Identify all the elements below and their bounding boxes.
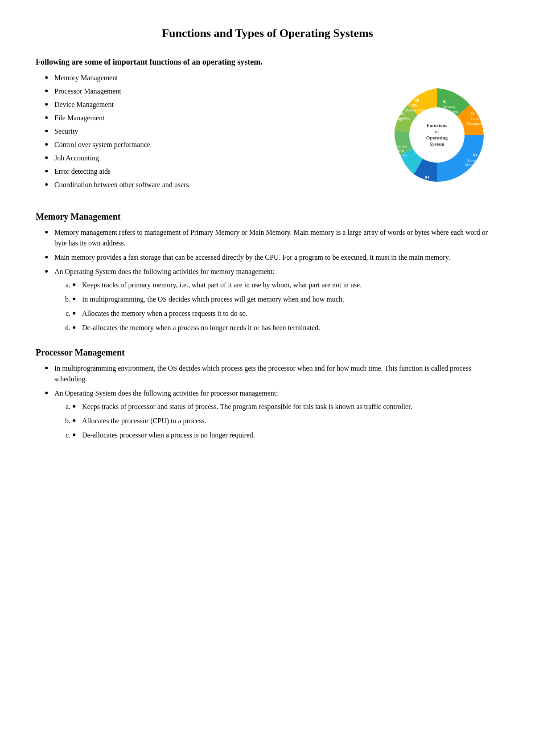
list-item: Memory Management (45, 73, 366, 83)
list-item: Memory management refers to management o… (45, 227, 499, 249)
memory-sublist: Keeps tracks of primary memory, i.e., wh… (54, 280, 499, 333)
list-item: An Operating System does the following a… (45, 388, 499, 441)
svg-text:Memory: Memory (443, 105, 456, 109)
svg-text:08: 08 (415, 98, 420, 102)
list-item: De-allocates processor when a process is… (72, 430, 499, 441)
list-item: Error detecting aids (45, 166, 366, 177)
list-item: Device Management (45, 99, 366, 110)
list-item: Security (45, 126, 366, 137)
list-item: In multiprogramming environment, the OS … (45, 363, 499, 384)
list-item: Allocates the processor (CPU) to a proce… (72, 416, 499, 426)
list-item: De-allocates the memory when a process n… (72, 323, 499, 333)
svg-text:Operating: Operating (426, 135, 448, 140)
pie-chart-svg: 01 Memory Management 02 Device Managemen… (374, 73, 499, 197)
memory-management-section: Memory Management Memory management refe… (36, 212, 499, 333)
intro-heading: Following are some of important function… (36, 56, 499, 68)
intro-bullet-list: Memory Management Processor Management D… (36, 73, 366, 190)
intro-section: Memory Management Processor Management D… (36, 73, 499, 197)
svg-text:06: 06 (394, 158, 399, 163)
list-item: Coordination between other software and … (45, 180, 366, 190)
memory-management-heading: Memory Management (36, 212, 499, 222)
svg-text:Management: Management (465, 163, 484, 167)
svg-text:Management: Management (467, 122, 486, 126)
list-item: Processor Management (45, 86, 366, 97)
list-item: Job Accounting (45, 153, 366, 163)
svg-text:of: of (435, 129, 439, 134)
svg-text:Device: Device (471, 117, 482, 121)
svg-text:Job: Job (399, 112, 403, 116)
svg-text:Error: Error (399, 168, 406, 172)
svg-text:04: 04 (425, 175, 430, 180)
svg-text:01: 01 (443, 99, 448, 104)
svg-text:Accounting: Accounting (393, 116, 409, 120)
intro-list: Memory Management Processor Management D… (36, 73, 366, 193)
processor-bullet-list: In multiprogramming environment, the OS … (36, 363, 499, 441)
list-item: File Management (45, 113, 366, 123)
svg-text:Functions: Functions (427, 123, 448, 128)
svg-text:Detection: Detection (395, 172, 409, 176)
pie-chart: 01 Memory Management 02 Device Managemen… (374, 73, 499, 197)
svg-text:Processor: Processor (467, 159, 481, 163)
svg-text:S/w and User: S/w and User (388, 153, 407, 157)
svg-text:Coordination: Coordination (388, 144, 407, 148)
list-item: An Operating System does the following a… (45, 266, 499, 333)
list-item: Main memory provides a fast storage that… (45, 252, 499, 263)
svg-text:Management: Management (405, 108, 424, 112)
svg-text:02: 02 (471, 111, 475, 116)
pie-chart-container: 01 Memory Management 02 Device Managemen… (374, 73, 499, 197)
svg-text:Between: Between (391, 149, 404, 153)
list-item: Keeps tracks of primary memory, i.e., wh… (72, 280, 499, 290)
memory-bullet-list: Memory management refers to management o… (36, 227, 499, 333)
svg-text:System: System (429, 141, 444, 147)
svg-text:03: 03 (473, 153, 477, 157)
processor-management-section: Processor Management In multiprogramming… (36, 347, 499, 441)
svg-text:Security: Security (417, 181, 429, 185)
list-item: In multiprogramming, the OS decides whic… (72, 294, 499, 305)
page-title: Functions and Types of Operating Systems (36, 27, 499, 40)
processor-sublist: Keeps tracks of processor and status of … (54, 401, 499, 441)
list-item: Allocates the memory when a process requ… (72, 308, 499, 319)
list-item: Keeps tracks of processor and status of … (72, 401, 499, 412)
list-item: Control over system performance (45, 139, 366, 150)
processor-management-heading: Processor Management (36, 347, 499, 358)
svg-text:File: File (412, 104, 418, 108)
